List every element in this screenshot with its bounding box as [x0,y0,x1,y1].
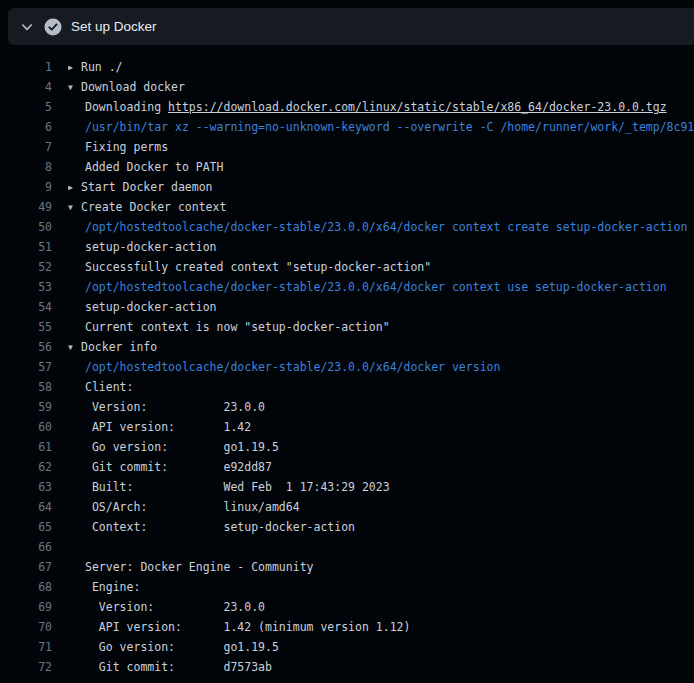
log-line-content: Version: 23.0.0 [68,397,694,417]
chevron-down-icon[interactable] [20,20,34,34]
log-line: 72 Git commit: d7573ab [0,657,694,677]
group-collapsed-arrow-icon[interactable]: ▶ [68,58,81,77]
log-line: 1 ▶Run ./ [0,57,694,77]
step-title: Set up Docker [71,8,157,45]
log-line: 57 /opt/hostedtoolcache/docker-stable/23… [0,357,694,377]
log-line: 60 API version: 1.42 [0,417,694,437]
log-line-content: Server: Docker Engine - Community [68,557,694,577]
log-line-content: setup-docker-action [68,297,694,317]
log-line-number[interactable]: 54 [0,297,52,317]
log-line-content: Engine: [68,577,694,597]
log-line: 68 Engine: [0,577,694,597]
log-line-content: OS/Arch: linux/amd64 [68,497,694,517]
log-line-number[interactable]: 65 [0,517,52,537]
log-line-content: Git commit: e92dd87 [68,457,694,477]
log-line: 53 /opt/hostedtoolcache/docker-stable/23… [0,277,694,297]
log-line-number[interactable]: 52 [0,257,52,277]
log-line-number[interactable]: 63 [0,477,52,497]
log-line-number[interactable]: 64 [0,497,52,517]
log-line-number[interactable]: 66 [0,537,52,557]
log-line-content: /opt/hostedtoolcache/docker-stable/23.0.… [68,217,694,237]
log-line: 63 Built: Wed Feb 1 17:43:29 2023 [0,477,694,497]
log-line: 56 ▼Docker info [0,337,694,357]
log-line-content: API version: 1.42 [68,417,694,437]
log-line-content: Fixing perms [68,137,694,157]
log-group-header[interactable]: ▼Download docker [68,77,694,97]
log-group-header[interactable]: ▼Docker info [68,337,694,357]
group-collapsed-arrow-icon[interactable]: ▶ [68,178,81,197]
log-line: 71 Go version: go1.19.5 [0,637,694,657]
log-line-number[interactable]: 8 [0,157,52,177]
log-line-content: Added Docker to PATH [68,157,694,177]
log-line-number[interactable]: 50 [0,217,52,237]
log-line: 66 [0,537,694,557]
log-line: 52 Successfully created context "setup-d… [0,257,694,277]
log-line-number[interactable]: 4 [0,77,52,97]
log-line-number[interactable]: 69 [0,597,52,617]
log-line: 8 Added Docker to PATH [0,157,694,177]
log-line-content: Git commit: d7573ab [68,657,694,677]
log-line: 6 /usr/bin/tar xz --warning=no-unknown-k… [0,117,694,137]
log-line-number[interactable]: 60 [0,417,52,437]
log-line: 5 Downloading https://download.docker.co… [0,97,694,117]
log-line-content: Current context is now "setup-docker-act… [68,317,694,337]
log-line: 54 setup-docker-action [0,297,694,317]
log-line: 70 API version: 1.42 (minimum version 1.… [0,617,694,637]
log-line-content: API version: 1.42 (minimum version 1.12) [68,617,694,637]
log-line: 50 /opt/hostedtoolcache/docker-stable/23… [0,217,694,237]
log-line-content: /usr/bin/tar xz --warning=no-unknown-key… [68,117,694,137]
log-line-number[interactable]: 9 [0,177,52,197]
log-line: 59 Version: 23.0.0 [0,397,694,417]
log-line: 67 Server: Docker Engine - Community [0,557,694,577]
log-line-content: setup-docker-action [68,237,694,257]
group-expanded-arrow-icon[interactable]: ▼ [68,78,81,97]
log-line-number[interactable]: 49 [0,197,52,217]
log-line-content [68,537,694,557]
log-group-header[interactable]: ▶Start Docker daemon [68,177,694,197]
log-line-number[interactable]: 62 [0,457,52,477]
log-line-number[interactable]: 51 [0,237,52,257]
log-group-header[interactable]: ▼Create Docker context [68,197,694,217]
log-line-number[interactable]: 5 [0,97,52,117]
log-line: 62 Git commit: e92dd87 [0,457,694,477]
check-circle-icon [44,18,62,36]
log-line-number[interactable]: 53 [0,277,52,297]
log-line-number[interactable]: 1 [0,57,52,77]
log-line: 9 ▶Start Docker daemon [0,177,694,197]
log-line: 51 setup-docker-action [0,237,694,257]
log-download-link[interactable]: https://download.docker.com/linux/static… [168,100,667,114]
group-expanded-arrow-icon[interactable]: ▼ [68,198,81,217]
log-line-content: /opt/hostedtoolcache/docker-stable/23.0.… [68,277,694,297]
log-line-number[interactable]: 6 [0,117,52,137]
log-line-number[interactable]: 68 [0,577,52,597]
log-group-header[interactable]: ▶Run ./ [68,57,694,77]
log-line-content: Downloading https://download.docker.com/… [68,97,694,117]
log-line-number[interactable]: 7 [0,137,52,157]
log-line-number[interactable]: 67 [0,557,52,577]
log-line-number[interactable]: 70 [0,617,52,637]
log-line-number[interactable]: 55 [0,317,52,337]
log-line-number[interactable]: 58 [0,377,52,397]
log-line-number[interactable]: 56 [0,337,52,357]
log-line-number[interactable]: 72 [0,657,52,677]
log-line-content: Go version: go1.19.5 [68,437,694,457]
log-line-number[interactable]: 57 [0,357,52,377]
log-line-number[interactable]: 71 [0,637,52,657]
log-line-content: Client: [68,377,694,397]
step-header[interactable]: Set up Docker [8,8,694,45]
log-line: 4 ▼Download docker [0,77,694,97]
log-lines: 1 ▶Run ./ 4 ▼Download docker 5 Downloadi… [0,45,694,683]
log-line-content: /opt/hostedtoolcache/docker-stable/23.0.… [68,357,694,377]
log-line: 58 Client: [0,377,694,397]
log-line: 69 Version: 23.0.0 [0,597,694,617]
log-line-content: Version: 23.0.0 [68,597,694,617]
log-line: 55 Current context is now "setup-docker-… [0,317,694,337]
log-line: 61 Go version: go1.19.5 [0,437,694,457]
log-line-number[interactable]: 59 [0,397,52,417]
log-line-number[interactable]: 61 [0,437,52,457]
log-line-content: Successfully created context "setup-dock… [68,257,694,277]
log-line-content: Built: Wed Feb 1 17:43:29 2023 [68,477,694,497]
log-line: 64 OS/Arch: linux/amd64 [0,497,694,517]
group-expanded-arrow-icon[interactable]: ▼ [68,338,81,357]
log-line: 65 Context: setup-docker-action [0,517,694,537]
